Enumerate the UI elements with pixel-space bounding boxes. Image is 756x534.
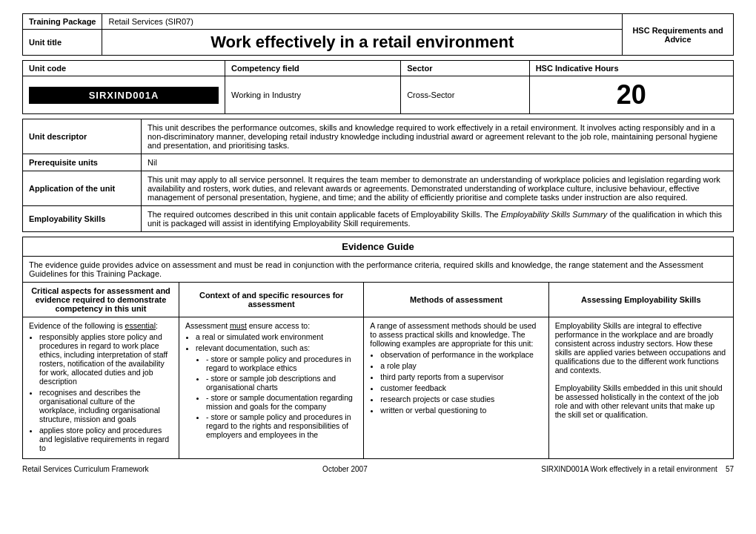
employability-text-1: The required outcomes described in this … xyxy=(147,210,501,219)
list-item: relevant documentation, such as: xyxy=(196,343,357,352)
prereq-text: Nil xyxy=(142,154,734,171)
list-item: - store or sample policy and procedures … xyxy=(206,412,357,439)
employability-text: The required outcomes described in this … xyxy=(142,206,734,232)
evidence-title: Evidence Guide xyxy=(23,237,734,257)
col2-intro-underline: must xyxy=(230,321,247,330)
col2-intro: Assessment xyxy=(185,321,230,330)
col2-intro-cont: ensure access to: xyxy=(247,321,310,330)
application-label: Application of the unit xyxy=(23,171,142,206)
list-item: - store or sample job descriptions and o… xyxy=(206,374,357,392)
list-item: third party reports from a supervisor xyxy=(380,372,542,381)
evidence-col4-header: Assessing Employability Skills xyxy=(548,283,733,317)
competency-field-label: Competency field xyxy=(225,61,401,76)
col1-intro-underline: essential xyxy=(125,321,156,330)
list-item: written or verbal questioning to xyxy=(380,406,542,415)
unit-descriptor-label: Unit descriptor xyxy=(23,119,142,154)
hsc-hours-label: HSC Indicative Hours xyxy=(529,61,733,76)
sector-label: Sector xyxy=(401,61,529,76)
col1-intro: Evidence of the following is xyxy=(29,321,125,330)
unit-title-label: Unit title xyxy=(23,30,102,56)
footer-left: Retail Services Curriculum Framework xyxy=(22,465,149,473)
list-item: responsibly applies store policy and pro… xyxy=(39,332,173,386)
evidence-col4-content: Employability Skills are integral to eff… xyxy=(548,317,733,459)
evidence-col3-content: A range of assessment methods should be … xyxy=(364,317,548,459)
footer-center: October 2007 xyxy=(322,465,368,473)
col3-intro: A range of assessment methods should be … xyxy=(370,321,536,348)
hsc-requirements-cell: HSC Requirements and Advice xyxy=(623,14,734,56)
list-item: a real or simulated work environment xyxy=(196,332,357,341)
training-package-value: Retail Services (SIR07) xyxy=(102,14,623,30)
hsc-hours-value: 20 xyxy=(529,76,733,114)
list-item: customer feedback xyxy=(380,383,542,392)
prereq-label: Prerequisite units xyxy=(23,154,142,171)
list-item: a role play xyxy=(380,361,542,370)
list-item: research projects or case studies xyxy=(380,395,542,403)
evidence-intro: The evidence guide provides advice on as… xyxy=(23,257,734,283)
evidence-col2-content: Assessment must ensure access to: a real… xyxy=(179,317,363,459)
evidence-col3-header: Methods of assessment xyxy=(364,283,548,317)
competency-field-value: Working in Industry xyxy=(225,76,401,114)
unit-code-value: SIRXIND001A xyxy=(23,76,225,114)
list-item: recognises and describes the organisatio… xyxy=(39,388,173,423)
footer-right-info: SIRXIND001A Work effectively in a retail… xyxy=(541,465,734,473)
employability-italic: Employability Skills Summary xyxy=(501,210,608,219)
list-item: - store or sample documentation regardin… xyxy=(206,393,357,411)
sector-value: Cross-Sector xyxy=(401,76,529,114)
employability-label: Employability Skills xyxy=(23,206,142,232)
evidence-col2-header: Context of and specific resources for as… xyxy=(179,283,363,317)
evidence-col1-content: Evidence of the following is essential: … xyxy=(23,317,179,459)
unit-title-value: Work effectively in a retail environment xyxy=(102,30,623,56)
application-text: This unit may apply to all service perso… xyxy=(142,171,734,206)
list-item: - store or sample policy and procedures … xyxy=(206,355,357,372)
list-item: applies store policy and procedures and … xyxy=(39,426,173,452)
unit-descriptor-text: This unit describes the performance outc… xyxy=(142,119,734,154)
unit-code-label: Unit code xyxy=(23,61,225,76)
training-package-label: Training Package xyxy=(23,14,102,30)
evidence-col1-header: Critical aspects for assessment and evid… xyxy=(23,283,179,317)
list-item: observation of performance in the workpl… xyxy=(380,350,542,359)
